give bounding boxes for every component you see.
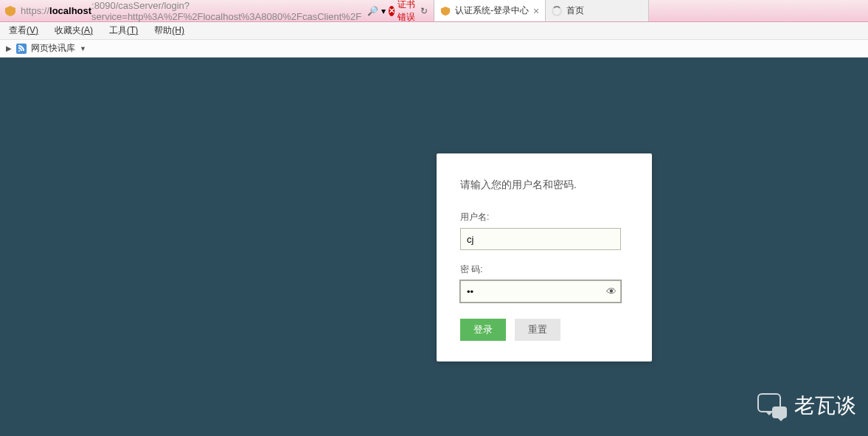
menu-bar: 查看(V) 收藏夹(A) 工具(T) 帮助(H) xyxy=(0,22,868,40)
cert-error-text: 证书错误 xyxy=(397,0,417,24)
fav-label[interactable]: 网页快讯库 xyxy=(31,42,75,55)
tab-homepage[interactable]: 首页 xyxy=(546,0,649,21)
login-button[interactable]: 登录 xyxy=(460,319,506,341)
menu-view[interactable]: 查看(V) xyxy=(9,24,38,37)
close-icon[interactable]: × xyxy=(533,5,539,17)
menu-help[interactable]: 帮助(H) xyxy=(154,24,184,37)
tabs-section: 认证系统-登录中心 × 首页 xyxy=(434,0,868,21)
favorites-bar: ▶ 网页快讯库 ▼ xyxy=(0,40,868,58)
password-input[interactable] xyxy=(460,280,621,302)
login-card: 请输入您的用户名和密码. 用户名: 密 码: 👁 登录 重置 xyxy=(437,153,652,361)
site-icon xyxy=(4,4,16,18)
eye-icon[interactable]: 👁 xyxy=(606,286,617,297)
username-label: 用户名: xyxy=(460,211,628,224)
url-buttons: 🔎 ▾ ✕ 证书错误 ↻ xyxy=(361,0,434,24)
username-input[interactable] xyxy=(460,228,621,250)
feed-icon xyxy=(16,44,27,54)
menu-favorites[interactable]: 收藏夹(A) xyxy=(55,24,93,37)
wechat-icon xyxy=(757,393,787,418)
url-prefix: https:// xyxy=(21,5,49,16)
cert-error-icon: ✕ xyxy=(389,6,395,16)
tab-auth-login[interactable]: 认证系统-登录中心 × xyxy=(434,0,546,21)
loading-icon xyxy=(552,6,562,16)
url-section: https://localhost:8090/casServer/login?s… xyxy=(0,0,434,21)
url-rest: :8090/casServer/login?service=http%3A%2F… xyxy=(91,0,361,22)
url-host: localhost xyxy=(49,5,91,16)
cert-error-badge[interactable]: ✕ 证书错误 xyxy=(389,0,417,24)
watermark-text: 老瓦谈 xyxy=(794,392,856,420)
refresh-icon[interactable]: ↻ xyxy=(420,6,428,16)
watermark: 老瓦谈 xyxy=(757,392,856,420)
button-row: 登录 重置 xyxy=(460,319,628,341)
reset-button[interactable]: 重置 xyxy=(515,319,560,341)
search-icon[interactable]: 🔎 xyxy=(367,6,378,16)
fav-arrow-icon[interactable]: ▶ xyxy=(6,44,12,52)
address-bar: https://localhost:8090/casServer/login?s… xyxy=(0,0,868,22)
tab-title: 认证系统-登录中心 xyxy=(455,4,529,17)
url-separator: ▾ xyxy=(381,6,386,16)
tab-title: 首页 xyxy=(566,4,642,17)
password-label: 密 码: xyxy=(460,263,628,276)
menu-tools[interactable]: 工具(T) xyxy=(109,24,138,37)
url-input[interactable]: https://localhost:8090/casServer/login?s… xyxy=(19,0,361,21)
site-icon xyxy=(440,6,451,16)
login-heading: 请输入您的用户名和密码. xyxy=(460,179,628,192)
page-content: 请输入您的用户名和密码. 用户名: 密 码: 👁 登录 重置 老瓦谈 xyxy=(0,58,868,436)
dropdown-icon[interactable]: ▼ xyxy=(80,45,86,52)
